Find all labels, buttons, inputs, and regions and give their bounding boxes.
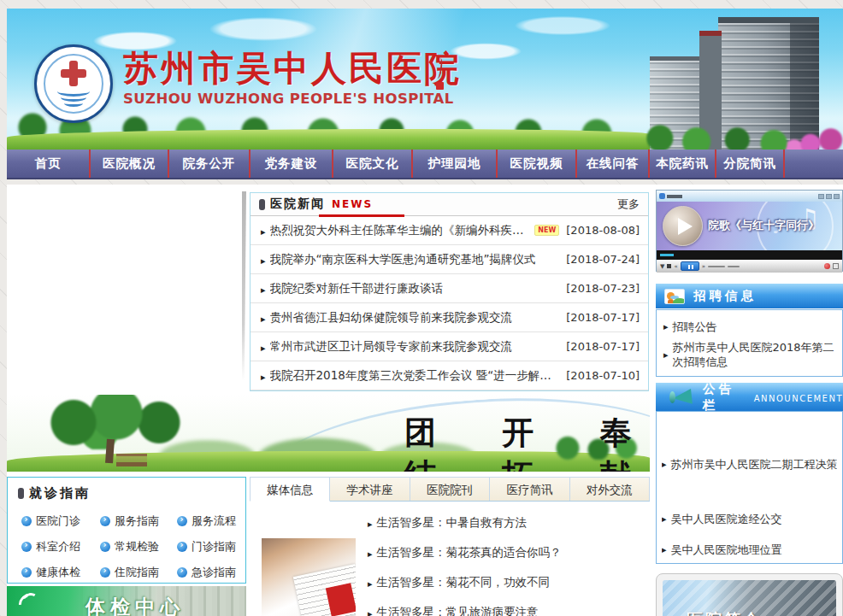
checkup-center-label: 体检中心 — [85, 594, 185, 616]
hospital-news-panel: 医院新闻 NEWS 更多 热烈祝贺大外科主任陈革华主编的《新编外科疾病诊断与治 … — [250, 192, 649, 391]
nav-item-video[interactable]: 医院视频 — [498, 150, 577, 178]
arrow-icon — [261, 251, 270, 267]
article-link[interactable]: 生活智多星：菊花不同，功效不同 — [368, 567, 641, 597]
settings-toggle[interactable] — [833, 263, 839, 269]
leaf-logo-icon — [19, 593, 41, 615]
hospital-intro-card[interactable]: 医院简介 — [656, 573, 843, 616]
play-button[interactable] — [663, 206, 703, 246]
video-caption: 院歌《与红十字同行》 — [708, 218, 819, 233]
arrow-icon — [368, 516, 377, 530]
building-greenery — [640, 120, 843, 150]
calligraphy-signature-seal — [433, 58, 446, 92]
guide-link-health-checkup[interactable]: 健康体检 — [21, 560, 100, 584]
hospital-song-video-player[interactable]: ♫ ♪ 院歌《与红十字同行》 ▼ « » — [656, 190, 843, 272]
nav-item-party[interactable]: 党务建设 — [251, 150, 333, 178]
announcement-item[interactable]: 吴中人民医院地理位置 — [662, 542, 837, 557]
guide-link-outpatient-guide[interactable]: 门诊指南 — [177, 534, 246, 560]
arrow-icon — [261, 367, 270, 384]
status-text-placeholder — [660, 254, 674, 256]
guide-links-grid: 医院门诊 服务指南 服务流程 科室介绍 常规检验 门诊指南 健康体检 住院指南 … — [8, 505, 245, 584]
tab-media-info[interactable]: 媒体信息 — [250, 477, 330, 502]
tab-academic-lectures[interactable]: 学术讲座 — [330, 477, 410, 501]
red-seal-stamp — [436, 82, 444, 90]
hospital-name-english: SUZHOU WUZHONG PEOPLE'S HOSPITAL — [123, 91, 462, 107]
news-more-link[interactable]: 更多 — [617, 197, 640, 212]
motto-word: 奉献 — [600, 412, 650, 472]
recruitment-list: 招聘公告 苏州市吴中人民医院2018年第二次招聘信息 — [656, 309, 843, 377]
announcement-item[interactable]: 吴中人民医院途经公交 — [662, 511, 837, 526]
news-item[interactable]: 我院举办“南京医科大学医患沟通研究基地”揭牌仪式 [2018-07-24] — [251, 245, 648, 274]
nav-item-culture[interactable]: 医院文化 — [333, 150, 413, 178]
news-item[interactable]: 我院纪委对新任干部进行廉政谈话 [2018-07-23] — [251, 274, 648, 303]
arrow-icon — [261, 222, 270, 238]
circle-arrow-icon — [177, 516, 187, 526]
nav-item-qa[interactable]: 在线问答 — [577, 150, 650, 178]
stop-button[interactable] — [667, 264, 671, 268]
guide-link-outpatient[interactable]: 医院门诊 — [21, 508, 100, 534]
circle-arrow-icon — [100, 542, 110, 552]
volume-slider[interactable] — [728, 266, 740, 267]
player-status-bar — [657, 250, 842, 260]
player-title-bar — [657, 191, 842, 202]
guide-link-service-guide[interactable]: 服务指南 — [100, 508, 177, 534]
hospital-logo — [34, 44, 113, 123]
news-item[interactable]: 贵州省德江县妇幼保健院领导前来我院参观交流 [2018-07-17] — [251, 303, 648, 332]
article-link[interactable]: 生活智多星：中暑自救有方法 — [368, 507, 641, 537]
circle-arrow-icon — [100, 567, 110, 578]
guide-link-service-flow[interactable]: 服务流程 — [177, 508, 246, 534]
video-screen[interactable]: ♫ ♪ 院歌《与红十字同行》 — [657, 202, 842, 250]
arrow-icon — [261, 280, 270, 296]
main-navigation: 首页 医院概况 院务公开 党务建设 医院文化 护理园地 医院视频 在线问答 本院… — [7, 150, 843, 179]
circle-arrow-icon — [21, 516, 32, 526]
recruitment-item[interactable]: 苏州市吴中人民医院2018年第二次招聘信息 — [663, 340, 835, 369]
next-button[interactable]: » — [702, 263, 705, 270]
guide-link-inpatient-guide[interactable]: 住院指南 — [100, 560, 177, 584]
announcement-subtitle: ANNOUNCEMENT — [754, 394, 843, 403]
tab-hospital-journal[interactable]: 医院院刊 — [410, 477, 490, 501]
pause-button[interactable] — [681, 261, 699, 271]
news-eyebrow: NEWS — [332, 198, 373, 210]
announcement-title: 公告栏 — [703, 381, 746, 414]
recruitment-item[interactable]: 招聘公告 — [663, 319, 835, 334]
nav-item-overview[interactable]: 医院概况 — [91, 150, 169, 178]
nav-item-home[interactable]: 首页 — [7, 150, 91, 178]
red-underline — [319, 214, 404, 217]
seek-slider[interactable] — [708, 266, 725, 267]
announcement-header: 公告栏 ANNOUNCEMENT — [656, 383, 843, 411]
article-link[interactable]: 生活智多星：菊花茶真的适合你吗？ — [368, 537, 641, 567]
tab-external-exchange[interactable]: 对外交流 — [570, 477, 650, 501]
nav-item-branch[interactable]: 分院简讯 — [716, 150, 785, 178]
guide-link-departments[interactable]: 科室介绍 — [21, 534, 100, 560]
circle-arrow-icon — [177, 542, 187, 552]
nav-item-nursing[interactable]: 护理园地 — [413, 150, 498, 178]
close-icon[interactable] — [834, 194, 840, 199]
menu-arrow-icon[interactable]: ▼ — [660, 263, 664, 270]
news-item[interactable]: 我院召开2018年度第三次党委工作会议 暨“进一步解放思想 [2018-07-1… — [251, 361, 648, 390]
news-item[interactable]: 常州市武进区卫计局领导专家前来我院参观交流 [2018-07-17] — [251, 332, 648, 361]
checkup-center-banner[interactable]: 体检中心 — [7, 586, 246, 616]
tab-medical-briefs[interactable]: 医疗简讯 — [490, 477, 569, 501]
arrow-icon — [663, 319, 673, 334]
announcement-item[interactable]: 苏州市吴中人民医院二期工程决策事 — [662, 456, 837, 472]
maximize-icon[interactable] — [826, 194, 832, 199]
guide-link-emergency-guide[interactable]: 急诊指南 — [177, 560, 246, 584]
banner-grass — [7, 129, 650, 150]
nav-item-pharmacy[interactable]: 本院药讯 — [650, 150, 716, 178]
arrow-icon — [368, 546, 377, 560]
visit-guide-panel: 就诊指南 医院门诊 服务指南 服务流程 科室介绍 常规检验 门诊指南 健康体检 … — [7, 477, 246, 584]
placeholder-shadow — [242, 191, 246, 381]
arrow-icon — [261, 338, 270, 355]
motto-banner: 团结 开拓 奉献 — [7, 395, 650, 472]
minimize-icon[interactable] — [818, 194, 824, 199]
tab-bar: 媒体信息 学术讲座 医院院刊 医疗简讯 对外交流 — [250, 477, 650, 502]
guide-header: 就诊指南 — [8, 478, 245, 505]
nav-item-affairs[interactable]: 院务公开 — [169, 150, 251, 178]
news-item[interactable]: 热烈祝贺大外科主任陈革华主编的《新编外科疾病诊断与治 NEW [2018-08-… — [251, 216, 648, 245]
arrow-icon — [662, 456, 671, 472]
guide-link-routine-tests[interactable]: 常规检验 — [100, 534, 177, 560]
player-name-text — [667, 195, 693, 198]
record-button[interactable] — [824, 263, 830, 269]
previous-button[interactable]: « — [674, 263, 677, 270]
arrow-icon — [368, 576, 377, 590]
article-link[interactable]: 生活智多星：常见旅游病要注意 — [368, 597, 641, 616]
